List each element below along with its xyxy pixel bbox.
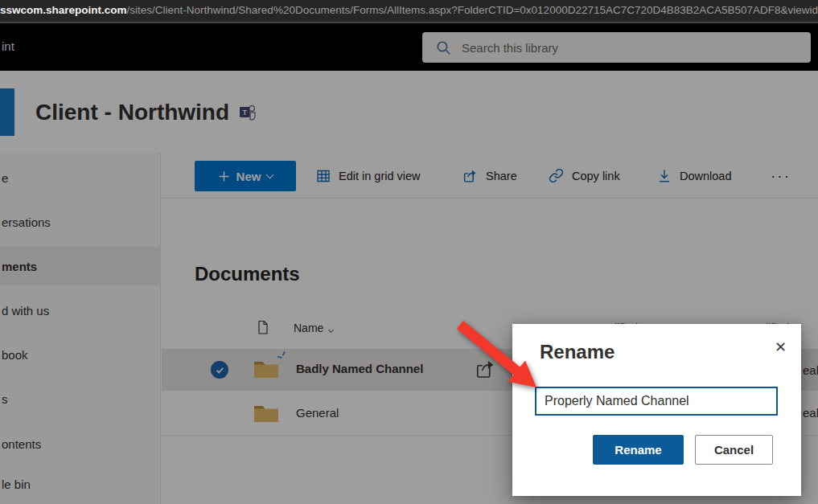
close-icon[interactable]: ✕ — [775, 340, 787, 354]
rename-input[interactable] — [535, 387, 778, 416]
browser-address-bar[interactable]: sswcom.sharepoint.com/sites/Client-North… — [0, 0, 818, 23]
sharepoint-page: int Client - Northwind T — [0, 23, 818, 504]
dialog-title: Rename — [540, 341, 615, 363]
cancel-button[interactable]: Cancel — [695, 435, 773, 465]
screenshot-root: sswcom.sharepoint.com/sites/Client-North… — [0, 0, 818, 504]
url-domain: sswcom.sharepoint.com — [0, 4, 127, 16]
rename-dialog: Rename ✕ Rename Cancel — [512, 324, 801, 496]
rename-confirm-button[interactable]: Rename — [593, 435, 684, 465]
url-path: /sites/Client-Northwind/Shared%20Documen… — [127, 4, 818, 16]
